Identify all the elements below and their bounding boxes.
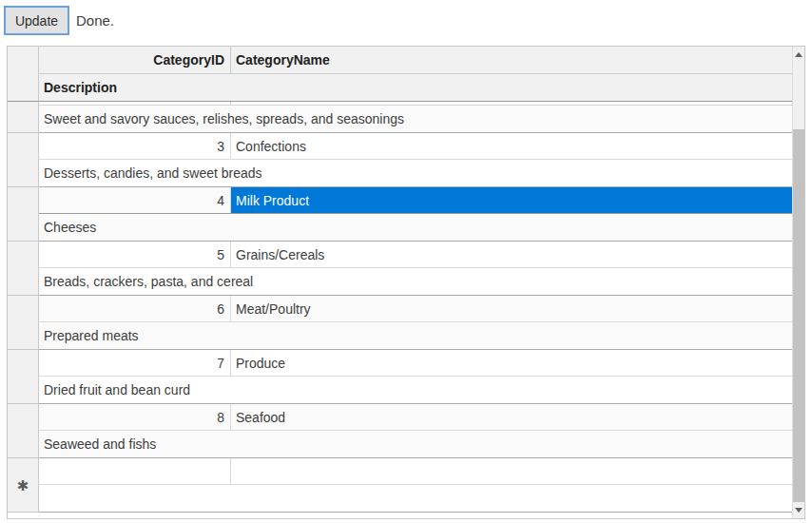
record-cells: 3ConfectionsDesserts, candies, and sweet… — [39, 133, 792, 187]
header-row-1: CategoryID CategoryName — [39, 47, 792, 74]
grid-body: Sweet and savory sauces, relishes, sprea… — [8, 102, 792, 518]
category-id-cell[interactable] — [39, 458, 231, 484]
grid-record: 3ConfectionsDesserts, candies, and sweet… — [8, 133, 792, 187]
description-subrow: Cheeses — [39, 214, 792, 241]
description-subrow: Dried fruit and bean curd — [39, 377, 792, 403]
scroll-down-button[interactable] — [793, 502, 804, 518]
grid-record: 8SeafoodSeaweed and fishs — [8, 404, 792, 458]
scrollbar-track[interactable] — [793, 63, 804, 502]
category-id-cell[interactable]: 4 — [39, 187, 231, 213]
grid-corner-cell[interactable] — [8, 47, 39, 101]
row-header-cell[interactable] — [8, 350, 39, 404]
description-subrow: Seaweed and fishs — [39, 431, 792, 457]
description-cell[interactable]: Seaweed and fishs — [39, 431, 792, 457]
record-cells: 7ProduceDried fruit and bean curd — [39, 350, 792, 404]
toolbar: Update Done. — [4, 6, 114, 35]
category-id-cell[interactable]: 7 — [39, 350, 231, 376]
id-name-subrow: 8Seafood — [39, 404, 792, 431]
record-cells: 5Grains/CerealsBreads, crackers, pasta, … — [39, 242, 792, 296]
description-subrow: Breads, crackers, pasta, and cereal — [39, 268, 792, 295]
id-name-subrow: 5Grains/Cereals — [39, 242, 792, 268]
category-id-cell[interactable] — [39, 102, 231, 105]
row-header-cell[interactable] — [8, 187, 39, 242]
id-name-subrow: 4Milk Product — [39, 187, 792, 214]
scrollbar-thumb[interactable] — [793, 129, 804, 502]
description-cell[interactable]: Cheeses — [39, 214, 792, 241]
grid-column-headers: CategoryID CategoryName Description — [8, 47, 792, 102]
id-name-subrow: 3Confections — [39, 133, 792, 160]
category-id-cell[interactable]: 3 — [39, 133, 231, 159]
scroll-up-button[interactable] — [793, 47, 804, 63]
category-name-cell[interactable] — [231, 458, 792, 484]
category-name-cell[interactable]: Milk Product — [231, 187, 792, 213]
scroll-up-icon — [795, 52, 802, 57]
description-cell[interactable]: Breads, crackers, pasta, and cereal — [39, 268, 792, 295]
vertical-scrollbar[interactable] — [792, 47, 804, 518]
new-row-icon: ✱ — [17, 478, 29, 493]
category-name-cell[interactable]: Confections — [231, 133, 792, 159]
description-cell[interactable]: Dried fruit and bean curd — [39, 377, 792, 403]
record-cells: 6Meat/PoultryPrepared meats — [39, 296, 792, 350]
grid-record: 4Milk ProductCheeses — [8, 187, 792, 242]
row-header-cell[interactable] — [8, 404, 39, 458]
category-name-cell[interactable] — [231, 102, 792, 105]
row-header-cell[interactable] — [8, 133, 39, 187]
scroll-down-icon — [795, 508, 802, 513]
record-cells: 4Milk ProductCheeses — [39, 187, 792, 242]
category-name-cell[interactable]: Produce — [231, 350, 792, 376]
column-header-categoryname[interactable]: CategoryName — [231, 47, 792, 73]
description-subrow: Sweet and savory sauces, relishes, sprea… — [39, 106, 792, 132]
categories-grid: CategoryID CategoryName Description Swee… — [7, 46, 805, 519]
description-subrow — [39, 485, 792, 512]
category-id-cell[interactable]: 8 — [39, 404, 231, 430]
record-cells: Sweet and savory sauces, relishes, sprea… — [39, 102, 792, 133]
header-row-2: Description — [39, 74, 792, 101]
record-cells: 8SeafoodSeaweed and fishs — [39, 404, 792, 458]
row-header-cell[interactable] — [8, 242, 39, 296]
id-name-subrow: 6Meat/Poultry — [39, 296, 792, 322]
header-columns: CategoryID CategoryName Description — [39, 47, 792, 101]
grid-main-area: CategoryID CategoryName Description Swee… — [8, 47, 792, 518]
description-cell[interactable]: Sweet and savory sauces, relishes, sprea… — [39, 106, 792, 132]
category-name-cell[interactable]: Seafood — [231, 404, 792, 430]
category-id-cell[interactable]: 6 — [39, 296, 231, 321]
row-header-cell[interactable] — [8, 296, 39, 350]
row-header-cell[interactable] — [8, 102, 39, 133]
grid-record: 5Grains/CerealsBreads, crackers, pasta, … — [8, 242, 792, 296]
column-header-description[interactable]: Description — [39, 74, 792, 101]
column-header-categoryid[interactable]: CategoryID — [39, 47, 231, 73]
category-id-cell[interactable]: 5 — [39, 242, 231, 267]
description-subrow: Prepared meats — [39, 322, 792, 349]
description-subrow: Desserts, candies, and sweet breads — [39, 160, 792, 186]
category-name-cell[interactable]: Grains/Cereals — [231, 242, 792, 267]
id-name-subrow: 7Produce — [39, 350, 792, 377]
grid-record: 7ProduceDried fruit and bean curd — [8, 350, 792, 404]
grid-record: 6Meat/PoultryPrepared meats — [8, 296, 792, 350]
row-header-cell[interactable]: ✱ — [8, 458, 39, 513]
id-name-subrow — [39, 458, 792, 485]
status-label: Done. — [76, 12, 114, 29]
record-cells — [39, 458, 792, 513]
description-cell[interactable]: Desserts, candies, and sweet breads — [39, 160, 792, 186]
grid-record: ✱ — [8, 458, 792, 513]
update-button[interactable]: Update — [4, 6, 69, 35]
description-cell[interactable]: Prepared meats — [39, 322, 792, 349]
category-name-cell[interactable]: Meat/Poultry — [231, 296, 792, 321]
description-cell[interactable] — [39, 485, 792, 512]
grid-record: Sweet and savory sauces, relishes, sprea… — [8, 102, 792, 133]
